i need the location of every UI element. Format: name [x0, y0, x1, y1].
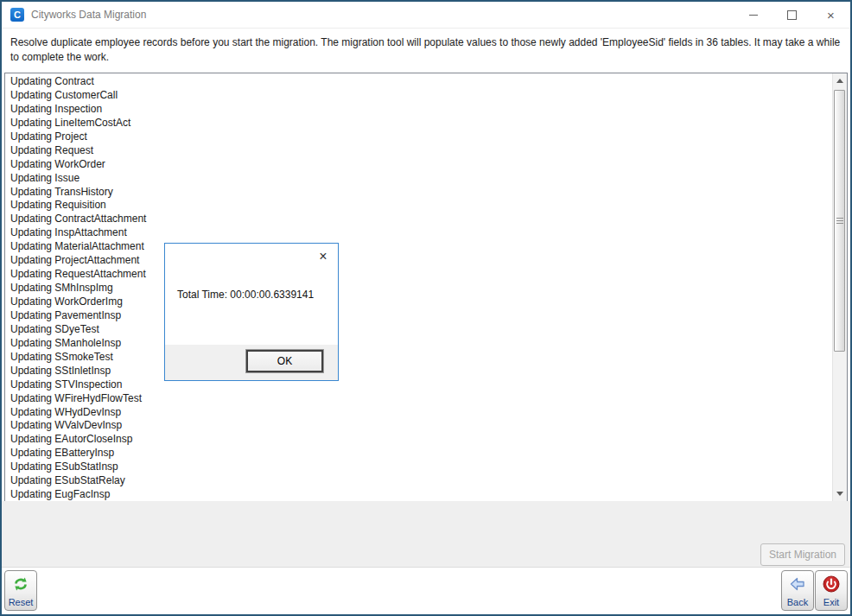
maximize-button[interactable] — [773, 2, 811, 28]
list-item[interactable]: Updating STVInspection — [10, 378, 830, 392]
reset-label: Reset — [9, 597, 34, 608]
bottom-toolbar: Reset Back Exit — [2, 567, 850, 614]
list-item[interactable]: Updating SDyeTest — [10, 323, 830, 337]
list-item[interactable]: Updating Requisition — [10, 199, 830, 213]
exit-label: Exit — [823, 597, 839, 608]
migration-log-listbox: Updating ContractUpdating CustomerCallUp… — [4, 73, 848, 502]
reset-recycle-icon — [11, 571, 30, 597]
list-item[interactable]: Updating WFireHydFlowTest — [10, 392, 830, 406]
list-item[interactable]: Updating Contract — [10, 75, 830, 89]
scrollbar-grip-icon — [836, 218, 843, 225]
scroll-up-button[interactable] — [833, 73, 847, 88]
list-item[interactable]: Updating PavementInsp — [10, 309, 830, 323]
dialog-close-button[interactable]: × — [315, 248, 332, 265]
list-item[interactable]: Updating WValvDevInsp — [10, 419, 830, 433]
instruction-text: Resolve duplicate employee records befor… — [2, 28, 850, 73]
close-button[interactable]: × — [811, 2, 850, 28]
list-item[interactable]: Updating SMhInspImg — [10, 282, 830, 295]
list-item[interactable]: Updating Inspection — [10, 103, 830, 117]
minimize-button[interactable] — [734, 2, 773, 28]
list-item[interactable]: Updating CustomerCall — [10, 89, 830, 103]
list-item[interactable]: Updating MaterialAttachment — [10, 240, 830, 254]
list-item[interactable]: Updating SStInletInsp — [10, 365, 830, 378]
back-button[interactable]: Back — [781, 570, 814, 611]
list-item[interactable]: Updating EAutorCloseInsp — [10, 433, 830, 447]
scroll-up-arrow-icon — [836, 79, 843, 83]
reset-button[interactable]: Reset — [4, 570, 37, 611]
total-time-dialog: × Total Time: 00:00:00.6339141 OK — [164, 243, 339, 381]
minimize-icon — [749, 15, 758, 16]
list-item[interactable]: Updating Request — [10, 144, 830, 158]
footer-strip: Start Migration — [2, 501, 850, 567]
list-item[interactable]: Updating Issue — [10, 172, 830, 186]
vertical-scrollbar[interactable] — [832, 73, 847, 501]
window-controls: × — [734, 2, 850, 28]
list-item[interactable]: Updating EugFacInsp — [10, 488, 830, 502]
start-migration-button[interactable]: Start Migration — [760, 543, 845, 566]
migration-log: Updating ContractUpdating CustomerCallUp… — [10, 75, 830, 502]
close-icon: × — [827, 9, 835, 22]
list-item[interactable]: Updating TransHistory — [10, 186, 830, 200]
list-item[interactable]: Updating SSmokeTest — [10, 351, 830, 365]
list-item[interactable]: Updating EBatteryInsp — [10, 447, 830, 460]
exit-power-icon — [823, 571, 840, 597]
back-label: Back — [787, 597, 808, 608]
list-item[interactable]: Updating ESubStatRelay — [10, 474, 830, 488]
scrollbar-thumb[interactable] — [834, 90, 845, 352]
scroll-down-button[interactable] — [833, 486, 847, 501]
list-item[interactable]: Updating InspAttachment — [10, 226, 830, 240]
window-title: Cityworks Data Migration — [31, 9, 146, 21]
dialog-footer: OK — [165, 345, 338, 380]
exit-button[interactable]: Exit — [815, 570, 848, 611]
back-arrow-icon — [789, 571, 806, 597]
app-icon: C — [10, 8, 24, 22]
list-item[interactable]: Updating WorkOrderImg — [10, 295, 830, 309]
list-item[interactable]: Updating ContractAttachment — [10, 213, 830, 226]
maximize-icon — [787, 10, 797, 20]
ok-button[interactable]: OK — [246, 350, 323, 372]
list-item[interactable]: Updating WHydDevInsp — [10, 406, 830, 420]
list-item[interactable]: Updating ESubStatInsp — [10, 460, 830, 474]
list-item[interactable]: Updating Project — [10, 130, 830, 144]
titlebar: C Cityworks Data Migration × — [2, 2, 850, 28]
list-item[interactable]: Updating RequestAttachment — [10, 268, 830, 282]
list-item[interactable]: Updating LineItemCostAct — [10, 117, 830, 130]
list-item[interactable]: Updating ProjectAttachment — [10, 254, 830, 268]
app-window: C Cityworks Data Migration × Resolve dup… — [0, 0, 852, 616]
list-item[interactable]: Updating WorkOrder — [10, 158, 830, 172]
total-time-text: Total Time: 00:00:00.6339141 — [177, 289, 314, 301]
list-item[interactable]: Updating SManholeInsp — [10, 337, 830, 351]
scroll-down-arrow-icon — [836, 492, 843, 496]
